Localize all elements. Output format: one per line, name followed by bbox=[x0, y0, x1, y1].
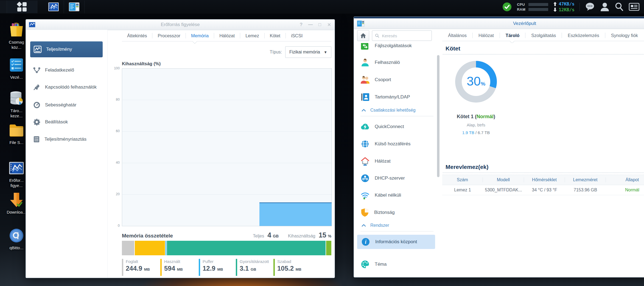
sidebar-item-tartomany-ldap[interactable]: Tartomány/LDAP bbox=[354, 92, 436, 103]
cpu-label: CPU bbox=[517, 2, 527, 7]
main-menu-icon bbox=[17, 2, 27, 12]
sidebar-item-sebesseghatar[interactable]: Sebességhatár bbox=[26, 100, 107, 110]
tab-synology-fiok[interactable]: Synology fiók bbox=[605, 33, 644, 38]
show-desktop-button[interactable] bbox=[0, 1, 7, 13]
sidebar-item-felhasznalo[interactable]: Felhasználó bbox=[354, 57, 436, 68]
tab-kotet[interactable]: Kötet bbox=[265, 33, 286, 38]
control-panel-search[interactable] bbox=[372, 30, 432, 41]
control-panel-content: Kötet 30 % Kötet 1 (Normál) Alap, btrfs … bbox=[442, 43, 644, 277]
resource-monitor-window: Erőforrás figyelése ? — □ ✕ Teljesítmény… bbox=[26, 19, 335, 278]
main-menu-button[interactable] bbox=[7, 1, 37, 13]
search-input[interactable] bbox=[381, 33, 429, 38]
type-selector-row: Típus: Fizikai memória ▼ bbox=[270, 46, 331, 58]
minimize-button[interactable]: — bbox=[308, 22, 313, 27]
sidebar-item-label: Biztonság bbox=[374, 210, 395, 215]
sidebar-item-label: Felhasználó bbox=[375, 60, 400, 65]
sidebar-item-teruleti-beallitasok[interactable]: Területi beállítások bbox=[354, 276, 436, 277]
control-panel-sidebar: Fájlszolgáltatások Felhasználó Csoport bbox=[354, 43, 442, 277]
tab-eszkozelemzes[interactable]: Eszközelemzés bbox=[562, 33, 605, 38]
ram-meter-bar bbox=[528, 8, 548, 11]
task-manager-icon bbox=[33, 67, 41, 74]
disk-row[interactable]: Lemez 1 5300_MTFDDAK... 34 °C / 93 °F 71… bbox=[442, 185, 644, 195]
home-icon bbox=[360, 33, 366, 39]
disk-status: Normál bbox=[606, 188, 644, 192]
legend-foglalt: Foglalt 244.9 MB bbox=[122, 259, 150, 276]
dhcp-server-icon bbox=[360, 174, 370, 183]
control-panel-tabs: Általános Hálózat Tároló Szolgáltatás Es… bbox=[442, 30, 644, 41]
tab-altalanos[interactable]: Általános bbox=[442, 33, 472, 38]
memory-composition-bar bbox=[122, 241, 331, 255]
sidebar-item-quickconnect[interactable]: QuickConnect bbox=[354, 121, 436, 132]
info-icon: i bbox=[361, 237, 370, 247]
chevron-down-icon: ▼ bbox=[324, 50, 327, 54]
notifications-button[interactable] bbox=[585, 2, 595, 12]
widgets-button[interactable] bbox=[629, 2, 640, 12]
sidebar-item-kulso-hozzaferes[interactable]: Külső hozzáférés bbox=[354, 138, 436, 149]
search-icon bbox=[375, 33, 379, 38]
sidebar-item-kabel-nelkuli[interactable]: Kábel nélküli bbox=[354, 190, 436, 201]
maximize-button[interactable]: □ bbox=[317, 22, 323, 27]
security-shield-icon bbox=[360, 208, 369, 217]
memory-type-dropdown[interactable]: Fizikai memória ▼ bbox=[285, 46, 331, 58]
tab-tarolo[interactable]: Tároló bbox=[500, 33, 525, 38]
sidebar-section-csatlakozasi-lehetoseg[interactable]: Csatlakozási lehetőség bbox=[354, 108, 436, 113]
control-panel-titlebar[interactable]: Vezérlőpult bbox=[354, 18, 644, 29]
taskbar-control-panel-button[interactable] bbox=[64, 1, 85, 13]
tab-lemez[interactable]: Lemez bbox=[240, 33, 264, 38]
system-health-icon[interactable] bbox=[502, 2, 512, 12]
quickconnect-icon bbox=[360, 123, 370, 131]
tab-attekintes[interactable]: Áttekintés bbox=[122, 33, 152, 38]
window-title: Vezérlőpult bbox=[354, 21, 644, 26]
sidebar-item-informacios-kozpont[interactable]: i Információs központ bbox=[357, 235, 435, 249]
section-label: Rendszer bbox=[370, 223, 389, 228]
close-button[interactable]: ✕ bbox=[326, 22, 332, 28]
utilization-area-series bbox=[259, 202, 332, 226]
chart-axis-title: Kihasználtság (%) bbox=[122, 61, 161, 66]
taskbar-resource-monitor-button[interactable] bbox=[43, 1, 64, 13]
sidebar-item-halozat[interactable]: Hálózat bbox=[354, 156, 436, 167]
sidebar-item-tema[interactable]: Téma bbox=[354, 259, 436, 270]
legend-szabad: Szabad 105.2 MB bbox=[273, 259, 301, 276]
tab-memoria[interactable]: Memória bbox=[186, 33, 214, 38]
taskbar-status-area: CPU RAM 47KB/s 12KB/s bbox=[502, 1, 644, 12]
sidebar-item-teljesitmeny[interactable]: Teljesítmény bbox=[30, 41, 103, 57]
tab-szolgaltatas[interactable]: Szolgáltatás bbox=[525, 33, 562, 38]
sidebar-item-biztonsag[interactable]: Biztonság bbox=[354, 207, 436, 218]
segment-gyorsitotarazott bbox=[167, 241, 326, 255]
home-button[interactable] bbox=[357, 30, 369, 41]
network-speed: 47KB/s 12KB/s bbox=[553, 1, 575, 12]
sidebar-item-kapcsolodo-felhasznalok[interactable]: Kapcsolódó felhasználók bbox=[26, 83, 107, 92]
search-button[interactable] bbox=[614, 2, 624, 12]
tab-processzor[interactable]: Processzor bbox=[152, 33, 186, 38]
gear-icon bbox=[33, 118, 41, 126]
tab-halozat[interactable]: Hálózat bbox=[473, 33, 500, 38]
sidebar-item-csoport[interactable]: Csoport bbox=[354, 74, 436, 85]
cpu-ram-meter[interactable]: CPU RAM bbox=[517, 2, 548, 12]
tab-halozat[interactable]: Hálózat bbox=[214, 33, 240, 38]
sidebar-item-teljesitmenyriasztas[interactable]: Teljesítményriasztás bbox=[26, 135, 107, 144]
user-menu-button[interactable] bbox=[600, 2, 609, 12]
performance-icon bbox=[33, 46, 42, 53]
sidebar-section-rendszer[interactable]: Rendszer bbox=[354, 223, 436, 228]
cpu-meter-bar bbox=[528, 3, 548, 6]
sidebar-item-label: QuickConnect bbox=[375, 124, 404, 129]
sidebar-item-fajlszolgaltatasok[interactable]: Fájlszolgáltatások bbox=[354, 43, 436, 51]
sidebar-scrollbar-thumb[interactable] bbox=[437, 55, 439, 177]
sidebar-item-beallitasok[interactable]: Beállítások bbox=[26, 117, 107, 127]
memory-type-value: Fizikai memória bbox=[289, 50, 320, 55]
download-speed: 12KB/s bbox=[559, 7, 575, 12]
sidebar-item-label: Feladatkezelő bbox=[45, 67, 74, 73]
sidebar-item-dhcp-szerver[interactable]: DHCP-szerver bbox=[354, 173, 436, 184]
sidebar-item-feladatkezelo[interactable]: Feladatkezelő bbox=[26, 66, 107, 75]
resource-monitor-desktop-icon bbox=[9, 161, 24, 175]
chat-bubble-icon bbox=[585, 2, 595, 12]
resource-monitor-titlebar[interactable]: Erőforrás figyelése ? — □ ✕ bbox=[26, 19, 335, 30]
resource-monitor-tabs: Áttekintés Processzor Memória Hálózat Le… bbox=[122, 30, 308, 41]
search-icon bbox=[614, 2, 624, 12]
domain-ldap-icon bbox=[360, 92, 370, 102]
tab-iscsi[interactable]: iSCSI bbox=[286, 33, 308, 38]
help-button[interactable]: ? bbox=[298, 22, 304, 27]
chevron-up-icon bbox=[362, 109, 366, 112]
sidebar-item-label: DHCP-szerver bbox=[375, 175, 405, 181]
globe-icon bbox=[360, 139, 370, 149]
